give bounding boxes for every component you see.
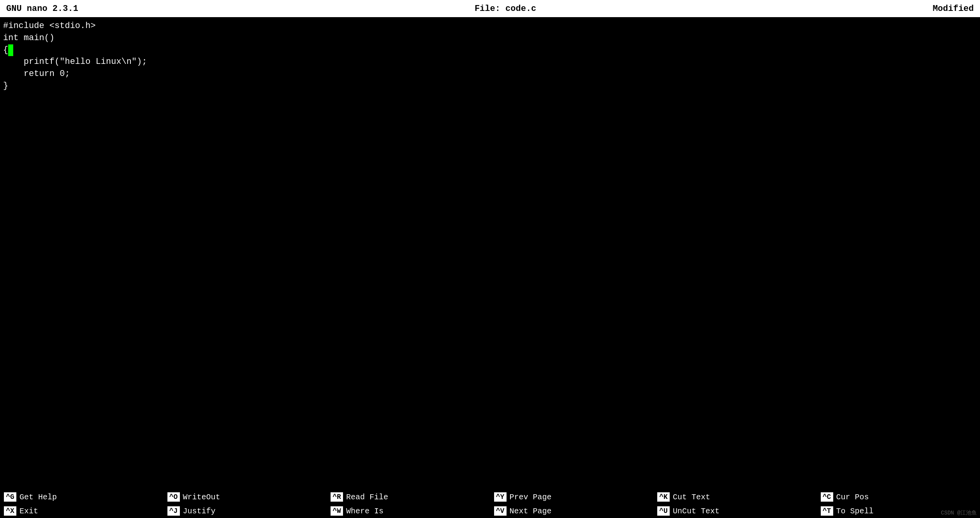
- shortcut-item[interactable]: ^CCur Pos: [817, 490, 980, 504]
- code-line: {: [3, 45, 13, 55]
- shortcut-key: ^V: [494, 506, 507, 516]
- shortcut-key: ^R: [331, 492, 343, 502]
- code-line: #include <stdio.h>: [3, 21, 96, 31]
- shortcut-item[interactable]: ^WWhere Is: [327, 504, 490, 518]
- file-name: File: code.c: [475, 4, 536, 14]
- shortcut-label: Prev Page: [510, 493, 552, 502]
- shortcut-key: ^X: [4, 506, 16, 516]
- shortcut-item[interactable]: ^XExit: [0, 504, 164, 518]
- shortcut-item[interactable]: ^OWriteOut: [164, 490, 327, 504]
- shortcut-item[interactable]: ^VNext Page: [490, 504, 654, 518]
- app-name: GNU nano 2.3.1: [6, 4, 78, 14]
- code-line: int main(): [3, 33, 55, 43]
- shortcut-key: ^O: [167, 492, 180, 502]
- shortcut-key: ^U: [657, 506, 670, 516]
- shortcut-bar: ^GGet Help^OWriteOut^RRead File^YPrev Pa…: [0, 490, 980, 518]
- shortcut-key: ^T: [821, 506, 833, 516]
- shortcut-item[interactable]: ^KCut Text: [653, 490, 817, 504]
- shortcut-label: Next Page: [510, 507, 552, 516]
- shortcut-item[interactable]: ^YPrev Page: [490, 490, 654, 504]
- shortcut-key: ^J: [167, 506, 180, 516]
- shortcut-label: Read File: [346, 493, 388, 502]
- shortcut-label: To Spell: [836, 507, 874, 516]
- editor-area[interactable]: #include <stdio.h> int main() { printf("…: [0, 17, 980, 490]
- shortcut-label: Where Is: [346, 507, 384, 516]
- code-line: return 0;: [3, 69, 70, 79]
- shortcut-key: ^C: [821, 492, 833, 502]
- watermark: CSDN @江池鱼: [941, 509, 977, 516]
- code-line: printf("hello Linux\n");: [3, 57, 147, 67]
- shortcut-label: UnCut Text: [673, 507, 720, 516]
- shortcut-item[interactable]: ^UUnCut Text: [653, 504, 817, 518]
- shortcut-key: ^Y: [494, 492, 507, 502]
- shortcut-label: Get Help: [19, 493, 57, 502]
- shortcut-item[interactable]: ^JJustify: [164, 504, 327, 518]
- shortcut-key: ^K: [657, 492, 670, 502]
- code-line: }: [3, 81, 8, 91]
- cursor: [8, 44, 13, 56]
- title-bar: GNU nano 2.3.1 File: code.c Modified: [0, 0, 980, 17]
- shortcut-key: ^W: [331, 506, 343, 516]
- shortcut-label: Cut Text: [673, 493, 710, 502]
- shortcut-label: WriteOut: [183, 493, 220, 502]
- shortcut-item[interactable]: ^GGet Help: [0, 490, 164, 504]
- shortcut-label: Cur Pos: [836, 493, 869, 502]
- shortcut-key: ^G: [4, 492, 16, 502]
- shortcut-item[interactable]: ^RRead File: [327, 490, 490, 504]
- modified-status: Modified: [932, 4, 974, 14]
- shortcut-label: Exit: [19, 507, 38, 516]
- shortcut-label: Justify: [183, 507, 216, 516]
